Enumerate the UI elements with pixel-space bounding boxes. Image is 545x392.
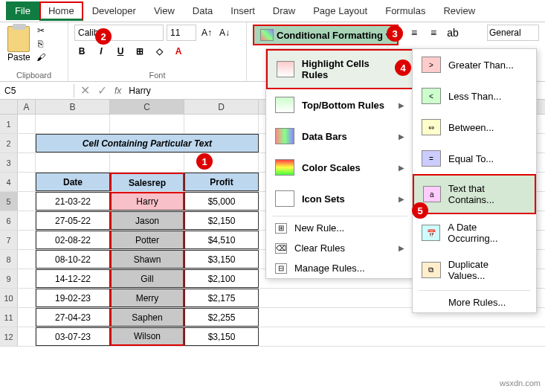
cell-profit[interactable]: $2,175 (184, 289, 259, 307)
header-salesrep[interactable]: Salesrep (110, 173, 184, 191)
conditional-formatting-button[interactable]: Conditional Formatting ▾ (253, 25, 399, 45)
font-name-select[interactable] (74, 25, 164, 41)
header-profit[interactable]: Profit (184, 173, 259, 191)
tab-formulas[interactable]: Formulas (376, 1, 434, 20)
row-header[interactable]: 10 (0, 289, 18, 307)
cell[interactable] (18, 289, 36, 307)
tab-data[interactable]: Data (184, 1, 222, 20)
format-painter-icon[interactable]: 🖌 (35, 51, 47, 63)
cell[interactable] (18, 327, 36, 346)
cell[interactable] (18, 231, 36, 249)
col-header-C[interactable]: C (110, 100, 184, 114)
row-header[interactable]: 11 (0, 308, 18, 327)
cell[interactable] (18, 269, 36, 288)
font-color-button[interactable]: A (171, 44, 186, 59)
cancel-formula-icon[interactable]: ✕ (80, 83, 90, 97)
submenu-date-occurring[interactable]: 📅 A Date Occurring... (413, 214, 536, 251)
cell-date[interactable]: 02-08-22 (36, 231, 110, 249)
font-size-select[interactable] (167, 25, 196, 41)
cell[interactable] (110, 115, 184, 133)
submenu-between[interactable]: ⇔ Between... (413, 112, 536, 143)
cell[interactable] (110, 153, 184, 172)
cell-profit[interactable]: $5,000 (184, 192, 259, 211)
row-header[interactable]: 3 (0, 153, 18, 172)
paste-button[interactable]: Paste (6, 25, 32, 64)
row-header[interactable]: 9 (0, 269, 18, 288)
menu-icon-sets[interactable]: Icon Sets ▶ (266, 183, 413, 214)
borders-button[interactable]: ⊞ (132, 44, 147, 59)
name-box[interactable]: C5 (0, 84, 74, 97)
cell-salesrep[interactable]: Gill (110, 269, 184, 288)
fx-icon[interactable]: fx (115, 86, 121, 96)
underline-button[interactable]: U (113, 44, 128, 59)
number-format-select[interactable] (487, 25, 539, 41)
cut-icon[interactable]: ✂ (35, 25, 47, 36)
cell-salesrep[interactable]: Wilson (110, 327, 184, 346)
header-date[interactable]: Date (36, 173, 110, 191)
cell-salesrep[interactable]: Shawn (110, 250, 184, 269)
submenu-equal-to[interactable]: = Equal To... (413, 143, 536, 174)
cell[interactable] (36, 153, 110, 172)
cell[interactable] (184, 115, 259, 133)
accept-formula-icon[interactable]: ✓ (97, 83, 107, 97)
cell-date[interactable]: 03-07-23 (36, 327, 110, 346)
decrease-font-icon[interactable]: A↓ (217, 25, 232, 40)
tab-developer[interactable]: Developer (83, 1, 145, 20)
submenu-duplicate-values[interactable]: ⧉ Duplicate Values... (413, 251, 536, 289)
cell-date[interactable]: 14-12-22 (36, 269, 110, 288)
cell[interactable] (18, 173, 36, 191)
cell[interactable] (18, 115, 36, 133)
cell[interactable] (18, 192, 36, 211)
increase-font-icon[interactable]: A↑ (199, 25, 214, 40)
menu-new-rule[interactable]: ⊞ New Rule... (266, 218, 413, 238)
menu-manage-rules[interactable]: ⊟ Manage Rules... (266, 258, 413, 278)
bold-button[interactable]: B (74, 44, 89, 59)
cell-profit[interactable]: $2,150 (184, 211, 259, 230)
menu-highlight-cells-rules[interactable]: Highlight Cells Rules ▶ (266, 49, 413, 89)
tab-draw[interactable]: Draw (264, 1, 304, 20)
cell-date[interactable]: 08-10-22 (36, 250, 110, 269)
cell[interactable] (18, 134, 36, 152)
cell-salesrep[interactable]: Harry (110, 192, 184, 211)
cell-date[interactable]: 27-05-22 (36, 211, 110, 230)
cell[interactable] (18, 308, 36, 327)
wrap-text-icon[interactable]: ab (445, 25, 461, 41)
cell-salesrep[interactable]: Merry (110, 289, 184, 307)
row-header[interactable]: 1 (0, 115, 18, 133)
cell-profit[interactable]: $3,150 (184, 250, 259, 269)
title-cell[interactable]: Cell Containing Particular Text (36, 134, 259, 152)
align-center-icon[interactable]: ≡ (425, 25, 442, 41)
fill-color-button[interactable]: ◇ (152, 44, 167, 59)
row-header[interactable]: 6 (0, 211, 18, 230)
cell[interactable] (18, 250, 36, 269)
cell[interactable] (18, 153, 36, 172)
copy-icon[interactable]: ⎘ (35, 38, 47, 50)
align-left-icon[interactable]: ≡ (406, 25, 422, 41)
cell-salesrep[interactable]: Saphen (110, 308, 184, 327)
formula-bar[interactable]: Harry (129, 86, 150, 96)
cell-salesrep[interactable]: Jason (110, 211, 184, 230)
row-header[interactable]: 8 (0, 250, 18, 269)
tab-home[interactable]: Home (39, 1, 83, 21)
cell-profit[interactable]: $3,150 (184, 327, 259, 346)
select-all-corner[interactable] (0, 100, 18, 114)
tab-file[interactable]: File (6, 1, 39, 20)
menu-top-bottom-rules[interactable]: Top/Bottom Rules ▶ (266, 89, 413, 121)
col-header-A[interactable]: A (18, 100, 36, 114)
cell[interactable] (18, 211, 36, 230)
cell-date[interactable]: 19-02-23 (36, 289, 110, 307)
col-header-D[interactable]: D (184, 100, 259, 114)
menu-clear-rules[interactable]: ⌫ Clear Rules ▶ (266, 238, 413, 258)
cell-profit[interactable]: $2,255 (184, 308, 259, 327)
menu-data-bars[interactable]: Data Bars ▶ (266, 121, 413, 152)
menu-color-scales[interactable]: Color Scales ▶ (266, 152, 413, 183)
cell-date[interactable]: 21-03-22 (36, 192, 110, 211)
submenu-more-rules[interactable]: More Rules... (413, 292, 536, 312)
cell-date[interactable]: 27-04-23 (36, 308, 110, 327)
row-header[interactable]: 4 (0, 173, 18, 191)
submenu-text-contains[interactable]: a Text that Contains... (413, 174, 536, 214)
italic-button[interactable]: I (94, 44, 109, 59)
submenu-less-than[interactable]: < Less Than... (413, 80, 536, 112)
cell[interactable] (184, 153, 259, 172)
col-header-B[interactable]: B (36, 100, 110, 114)
